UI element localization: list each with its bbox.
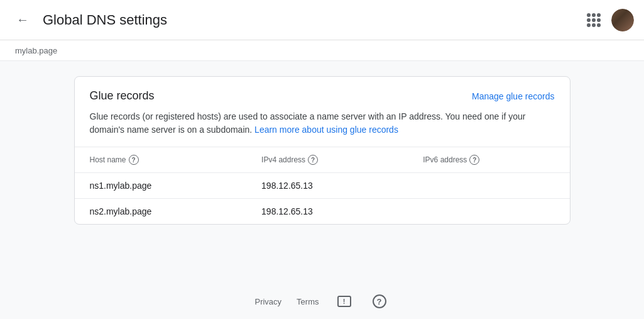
column-header-ipv4: IPv4 address ? xyxy=(246,147,408,173)
grid-dot xyxy=(597,13,601,17)
header-right xyxy=(581,8,634,33)
learn-more-link[interactable]: Learn more about using glue records xyxy=(254,125,398,135)
ipv6-header-content: IPv6 address ? xyxy=(423,155,554,165)
table-row: ns2.mylab.page 198.12.65.13 xyxy=(75,199,570,225)
grid-dot xyxy=(592,23,596,27)
ipv6-label: IPv6 address xyxy=(423,155,467,164)
header-left: ← Global DNS settings xyxy=(10,8,167,33)
grid-dot xyxy=(597,23,601,27)
row2-ipv6 xyxy=(408,199,569,225)
table-header-row: Host name ? IPv4 address ? xyxy=(75,147,570,173)
header: ← Global DNS settings xyxy=(0,0,644,40)
feedback-button[interactable] xyxy=(334,291,354,311)
row2-hostname: ns2.mylab.page xyxy=(75,199,247,225)
table-header: Host name ? IPv4 address ? xyxy=(75,147,570,173)
page-title: Global DNS settings xyxy=(43,12,167,28)
google-apps-button[interactable] xyxy=(581,8,606,33)
hostname-header-content: Host name ? xyxy=(90,155,232,165)
glue-records-table: Host name ? IPv4 address ? xyxy=(75,147,570,224)
feedback-icon xyxy=(337,296,351,307)
ipv4-label: IPv4 address xyxy=(261,155,305,164)
ipv4-header-content: IPv4 address ? xyxy=(261,155,393,165)
table-body: ns1.mylab.page 198.12.65.13 ns2.mylab.pa… xyxy=(75,173,570,225)
grid-dot xyxy=(592,18,596,22)
help-icon: ? xyxy=(373,294,386,308)
card-title: Glue records xyxy=(90,89,155,103)
row2-ipv4: 198.12.65.13 xyxy=(246,199,408,225)
hostname-info-icon[interactable]: ? xyxy=(129,155,139,165)
grid-dot xyxy=(587,18,591,22)
user-avatar[interactable] xyxy=(611,9,634,31)
grid-dot xyxy=(597,18,601,22)
row1-ipv6 xyxy=(408,173,569,199)
row1-hostname: ns1.mylab.page xyxy=(75,173,247,199)
hostname-label: Host name xyxy=(90,155,126,164)
table-row: ns1.mylab.page 198.12.65.13 xyxy=(75,173,570,199)
breadcrumb-bar: mylab.page xyxy=(0,40,644,61)
column-header-ipv6: IPv6 address ? xyxy=(408,147,569,173)
terms-link[interactable]: Terms xyxy=(297,297,319,306)
help-button[interactable]: ? xyxy=(369,291,390,311)
breadcrumb-domain: mylab.page xyxy=(15,46,57,55)
grid-dot xyxy=(587,23,591,27)
row1-ipv4: 198.12.65.13 xyxy=(246,173,408,199)
manage-glue-records-link[interactable]: Manage glue records xyxy=(472,91,555,101)
ipv4-info-icon[interactable]: ? xyxy=(308,155,318,165)
glue-records-table-container: Host name ? IPv4 address ? xyxy=(75,147,570,224)
main-content: Glue records Manage glue records Glue re… xyxy=(0,61,644,240)
avatar-image xyxy=(611,9,634,31)
ipv6-info-icon[interactable]: ? xyxy=(469,155,479,165)
column-header-hostname: Host name ? xyxy=(75,147,247,173)
footer: Privacy Terms ? xyxy=(0,284,644,319)
card-description: Glue records (or registered hosts) are u… xyxy=(75,108,570,147)
grid-dot xyxy=(587,13,591,17)
google-apps-icon xyxy=(587,13,601,27)
grid-dot xyxy=(592,13,596,17)
glue-records-card: Glue records Manage glue records Glue re… xyxy=(74,76,570,225)
card-header: Glue records Manage glue records xyxy=(75,77,570,108)
privacy-link[interactable]: Privacy xyxy=(254,297,281,306)
back-button[interactable]: ← xyxy=(10,8,35,33)
